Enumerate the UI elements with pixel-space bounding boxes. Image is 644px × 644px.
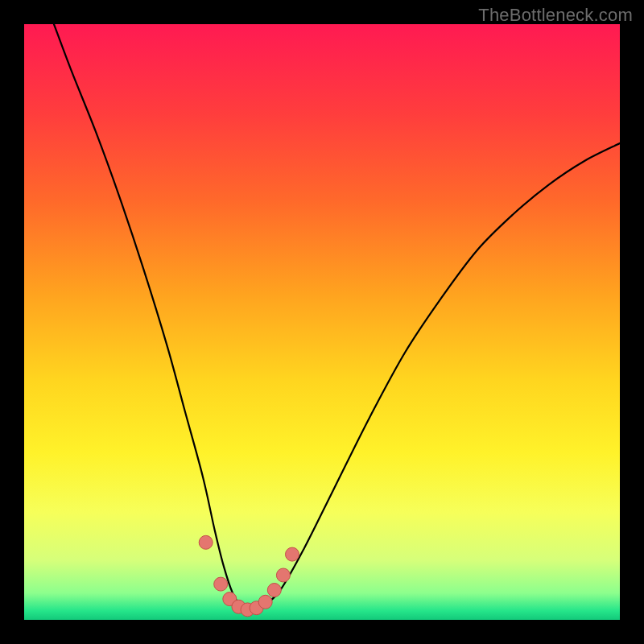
chart-frame: TheBottleneck.com bbox=[0, 0, 644, 644]
marker-point bbox=[267, 584, 281, 597]
curve-layer bbox=[24, 24, 620, 620]
bottleneck-curve bbox=[54, 24, 620, 611]
marker-point bbox=[258, 595, 272, 609]
marker-point bbox=[286, 547, 299, 561]
watermark-text: TheBottleneck.com bbox=[478, 5, 633, 26]
marker-point bbox=[199, 535, 213, 549]
plot-area bbox=[24, 24, 620, 620]
highlight-markers bbox=[199, 535, 299, 617]
marker-point bbox=[214, 577, 228, 591]
marker-point bbox=[276, 568, 290, 582]
